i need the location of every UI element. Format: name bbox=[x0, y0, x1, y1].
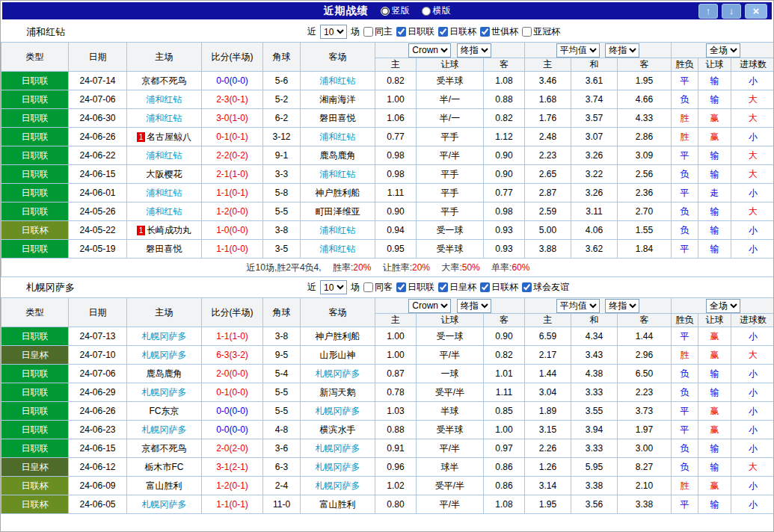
home-team: 札幌冈萨多 bbox=[127, 383, 202, 402]
handicap-line: 受一球 bbox=[417, 221, 484, 240]
league-badge: 日联杯 bbox=[1, 495, 69, 514]
handicap-line: 受半球 bbox=[417, 72, 484, 90]
handicap-away-odds: 0.90 bbox=[484, 146, 525, 165]
fullmatch-select[interactable]: 全场 bbox=[706, 43, 740, 58]
same-venue-label: 同客 bbox=[375, 281, 393, 294]
team-name: 札幌冈萨多 bbox=[26, 281, 75, 294]
match-row: 日皇杯24-06-12栃木市FC3-1(2-1)6-3札幌冈萨多0.96球半0.… bbox=[1, 458, 774, 477]
league-filter-checkbox[interactable]: 亚冠杯 bbox=[522, 25, 560, 38]
handicap-line: 受平/半 bbox=[417, 477, 484, 495]
average-select[interactable]: 平均值 bbox=[556, 299, 600, 313]
goals-over-under: 小 bbox=[731, 240, 774, 259]
move-down-button[interactable]: ↓ bbox=[722, 4, 741, 19]
avg-draw-odds: 4.38 bbox=[571, 365, 618, 383]
score: 2-1(1-0) bbox=[202, 165, 263, 184]
results-table-team-2: 类型 日期 主场 比分(半场) 角球 客场 Crown 终指 平均值 终指 全场 bbox=[1, 297, 774, 514]
handicap-result: 赢 bbox=[698, 327, 731, 346]
handicap-away-odds: 1.00 bbox=[484, 421, 525, 439]
filters: 近 10 场 同主 日职联 日联杯 世俱杯 亚冠杯 bbox=[307, 25, 560, 39]
league-filter-input[interactable] bbox=[480, 282, 490, 292]
league-filter-input[interactable] bbox=[396, 282, 406, 292]
avg-away-odds: 3.00 bbox=[618, 439, 672, 458]
league-filter-checkbox[interactable]: 世俱杯 bbox=[480, 25, 518, 38]
league-filter-checkbox[interactable]: 日联杯 bbox=[438, 25, 476, 38]
league-filter-checkbox[interactable]: 球会友谊 bbox=[522, 281, 569, 294]
same-venue-checkbox-input[interactable] bbox=[363, 282, 373, 292]
handicap-home-odds: 0.95 bbox=[375, 240, 417, 259]
same-venue-checkbox[interactable]: 同主 bbox=[363, 25, 393, 38]
avg-away-odds: 3.73 bbox=[618, 402, 672, 421]
match-row: 日职联24-06-261名古屋鲸八0-1(0-1)3-12浦和红钻0.77平手1… bbox=[1, 128, 774, 146]
league-filter-checkbox[interactable]: 日职联 bbox=[396, 281, 434, 294]
handicap-away-odds: 0.82 bbox=[484, 346, 525, 365]
handicap-odds-group-header: Crown 终指 bbox=[375, 43, 525, 58]
handicap-away-odds: 0.90 bbox=[484, 165, 525, 184]
final-index-select[interactable]: 终指 bbox=[457, 299, 491, 313]
league-filter-checkbox[interactable]: 日联杯 bbox=[480, 281, 518, 294]
away-team: 札幌冈萨多 bbox=[301, 458, 375, 477]
horizontal-layout-radio[interactable]: 横版 bbox=[422, 4, 451, 17]
corners: 5-4 bbox=[263, 365, 301, 383]
fullmatch-select[interactable]: 全场 bbox=[706, 299, 740, 313]
avg-home-odds: 1.89 bbox=[525, 402, 571, 421]
handicap-away-odds: 0.88 bbox=[484, 90, 525, 109]
horizontal-layout-radio-input[interactable] bbox=[422, 7, 431, 16]
match-date: 24-07-06 bbox=[69, 90, 127, 109]
avg-home-odds: 5.00 bbox=[525, 221, 571, 240]
avg-home-odds: 1.44 bbox=[525, 365, 571, 383]
match-row: 日联杯24-06-09富山胜利1-2(0-1)2-4札幌冈萨多1.02受平/半0… bbox=[1, 477, 774, 495]
team-name: 浦和红钻 bbox=[26, 25, 65, 39]
corners: 3-6 bbox=[263, 439, 301, 458]
handicap-line: 半球 bbox=[417, 402, 484, 421]
goals-over-under: 小 bbox=[731, 421, 774, 439]
league-filter-input[interactable] bbox=[480, 27, 490, 37]
league-filter-checkbox[interactable]: 日职联 bbox=[396, 25, 434, 38]
near-label: 近 bbox=[307, 281, 316, 294]
handicap-away-odds: 1.08 bbox=[484, 72, 525, 90]
avg-draw-odds: 3.55 bbox=[571, 402, 618, 421]
sub-handicap-header: 让球 bbox=[417, 314, 484, 327]
handicap-result: 输 bbox=[698, 439, 731, 458]
same-venue-checkbox[interactable]: 同客 bbox=[363, 281, 393, 294]
league-badge: 日职联 bbox=[1, 72, 69, 90]
move-up-button[interactable]: ↑ bbox=[698, 4, 718, 19]
result-win-draw-loss: 平 bbox=[672, 495, 698, 514]
league-filter-input[interactable] bbox=[396, 27, 406, 37]
close-button[interactable]: × bbox=[745, 4, 767, 19]
score: 3-1(2-1) bbox=[202, 458, 263, 477]
match-count-select[interactable]: 10 bbox=[320, 25, 347, 39]
home-team: 鹿岛鹿角 bbox=[127, 365, 202, 383]
league-filter-input[interactable] bbox=[438, 27, 448, 37]
final-index-select[interactable]: 终指 bbox=[457, 43, 491, 58]
league-filter-input[interactable] bbox=[522, 282, 532, 292]
goals-over-under: 小 bbox=[731, 365, 774, 383]
league-badge: 日职联 bbox=[1, 365, 69, 383]
league-filter-input[interactable] bbox=[522, 27, 532, 37]
league-filter-input[interactable] bbox=[438, 282, 448, 292]
same-venue-label: 同主 bbox=[375, 25, 393, 38]
league-filter-checkbox[interactable]: 日皇杯 bbox=[438, 281, 476, 294]
handicap-result: 输 bbox=[698, 90, 731, 109]
vertical-layout-radio-input[interactable] bbox=[381, 7, 390, 16]
bookmaker-select[interactable]: Crown bbox=[408, 299, 451, 313]
handicap-line: 平/半 bbox=[417, 439, 484, 458]
result-win-draw-loss: 负 bbox=[672, 383, 698, 402]
handicap-result: 赢 bbox=[698, 109, 731, 128]
handicap-result: 输 bbox=[698, 458, 731, 477]
handicap-result: 走 bbox=[698, 184, 731, 202]
final-index-select[interactable]: 终指 bbox=[605, 43, 639, 58]
vertical-layout-radio[interactable]: 竖版 bbox=[381, 4, 410, 17]
handicap-line: 半/一 bbox=[417, 109, 484, 128]
average-select[interactable]: 平均值 bbox=[556, 43, 600, 58]
same-venue-checkbox-input[interactable] bbox=[363, 27, 373, 37]
result-win-draw-loss: 平 bbox=[672, 327, 698, 346]
match-count-select[interactable]: 10 bbox=[320, 280, 347, 294]
result-win-draw-loss: 负 bbox=[672, 221, 698, 240]
col-date-header: 日期 bbox=[69, 298, 127, 327]
league-filter-label: 世俱杯 bbox=[491, 25, 518, 38]
goals-over-under: 小 bbox=[731, 72, 774, 90]
bookmaker-select[interactable]: Crown bbox=[408, 43, 451, 58]
final-index-select[interactable]: 终指 bbox=[605, 299, 639, 313]
avg-home-odds: 2.23 bbox=[525, 146, 571, 165]
match-date: 24-05-22 bbox=[69, 221, 127, 240]
